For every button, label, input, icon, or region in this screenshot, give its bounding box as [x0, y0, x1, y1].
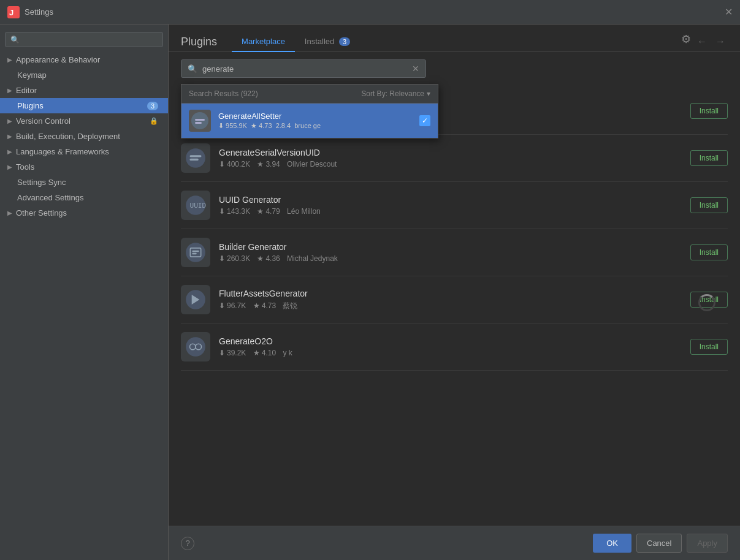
- sidebar-item-version-control[interactable]: ▶ Version Control 🔒: [0, 113, 168, 129]
- sidebar-item-plugins[interactable]: Plugins 3: [0, 98, 168, 113]
- loading-spinner: [698, 294, 715, 311]
- sidebar-item-tools[interactable]: ▶ Tools: [0, 159, 168, 175]
- version: 2.8.4: [276, 122, 291, 129]
- list-item: Builder Generator ⬇ 260.3K ★ 4.36 Michal…: [181, 229, 728, 276]
- rating-meta: ★ 3.94: [257, 160, 280, 168]
- plugin-list-name: FlutterAssetsGenerator: [219, 289, 690, 298]
- sort-by-dropdown[interactable]: Sort By: Relevance ▾: [361, 89, 430, 98]
- downloads-meta: ⬇ 260.3K: [219, 254, 250, 263]
- rating-meta: ★ 4.36: [257, 254, 280, 263]
- sidebar-search-box[interactable]: 🔍: [5, 32, 163, 47]
- plugin-icon: UUID: [181, 191, 210, 220]
- sidebar-item-label: Build, Execution, Deployment: [16, 132, 120, 141]
- plugin-icon: [181, 285, 210, 314]
- sidebar-item-label: Keymap: [17, 70, 47, 80]
- help-icon[interactable]: ?: [181, 537, 194, 550]
- tab-installed[interactable]: Installed 3: [295, 32, 360, 52]
- sidebar-item-label: Languages & Frameworks: [16, 147, 109, 156]
- sort-by-label: Sort By: Relevance: [361, 89, 424, 98]
- rating-meta: ★ 4.73: [253, 301, 276, 310]
- chevron-down-icon: ▾: [427, 89, 430, 98]
- install-button[interactable]: Install: [690, 197, 728, 213]
- plugin-icon: [181, 332, 210, 361]
- tab-installed-label: Installed: [305, 37, 334, 46]
- svg-rect-4: [195, 122, 202, 124]
- plugin-list-meta: ⬇ 400.2K ★ 3.94 Olivier Descout: [219, 160, 690, 168]
- arrow-icon: ▶: [7, 56, 12, 63]
- tabs: Marketplace Installed 3: [232, 32, 360, 51]
- rating-meta: ★ 4.79: [257, 207, 280, 216]
- plugin-search-box[interactable]: 🔍 ✕: [181, 59, 426, 78]
- downloads-meta: ⬇ 96.7K: [219, 301, 246, 310]
- plugin-list-meta: ⬇ 39.2K ★ 4.10 y k: [219, 349, 690, 357]
- list-item: GenerateO2O ⬇ 39.2K ★ 4.10 y k Install: [181, 324, 728, 371]
- plugin-list: RoboPOJOGenerator ⬇ 406.5K ★ 4.43 Vadim …: [169, 83, 740, 526]
- svg-point-13: [186, 243, 205, 262]
- sidebar-item-label: Appearance & Behavior: [16, 55, 100, 64]
- list-item: GenerateSerialVersionUID ⬇ 400.2K ★ 3.94…: [181, 135, 728, 182]
- sidebar-item-build[interactable]: ▶ Build, Execution, Deployment: [0, 129, 168, 144]
- arrow-icon: ▶: [7, 164, 12, 170]
- content-area: Plugins Marketplace Installed 3 ⚙ ← → 🔍: [169, 25, 740, 560]
- sidebar: 🔍 ▶ Appearance & Behavior Keymap ▶ Edito…: [0, 25, 169, 560]
- install-button[interactable]: Install: [690, 339, 728, 355]
- tab-marketplace-label: Marketplace: [242, 37, 285, 46]
- sidebar-item-other[interactable]: ▶ Other Settings: [0, 205, 168, 221]
- plugin-list-meta: ⬇ 96.7K ★ 4.73 蔡锐: [219, 301, 690, 311]
- dropdown-header: Search Results (922) Sort By: Relevance …: [181, 85, 438, 104]
- rating-meta: ★ 4.10: [253, 349, 276, 357]
- sidebar-item-advanced[interactable]: Advanced Settings: [0, 190, 168, 205]
- back-icon[interactable]: ←: [695, 35, 709, 48]
- plugin-search-input[interactable]: [202, 64, 412, 74]
- dropdown-item-generate-all-setter[interactable]: GenerateAllSetter ⬇ 955.9K ★ 4.73 2.8.4 …: [181, 104, 438, 138]
- sidebar-item-appearance[interactable]: ▶ Appearance & Behavior: [0, 52, 168, 67]
- install-button[interactable]: Install: [690, 244, 728, 260]
- search-icon: 🔍: [188, 64, 197, 74]
- downloads-meta: ⬇ 143.3K: [219, 207, 250, 216]
- clear-search-icon[interactable]: ✕: [412, 64, 419, 74]
- sidebar-item-label: Settings Sync: [17, 178, 66, 187]
- plugin-checkbox[interactable]: ✓: [419, 115, 430, 126]
- forward-icon[interactable]: →: [713, 35, 728, 48]
- loading-spinner-container: [698, 294, 715, 311]
- app-logo: J: [7, 6, 20, 18]
- sidebar-item-label: Advanced Settings: [17, 193, 83, 202]
- svg-rect-3: [195, 119, 205, 121]
- plugins-title: Plugins: [181, 36, 217, 48]
- plugin-list-meta: ⬇ 143.3K ★ 4.79 Léo Millon: [219, 207, 690, 216]
- sidebar-item-label: Version Control: [16, 116, 71, 126]
- cancel-button[interactable]: Cancel: [636, 534, 682, 553]
- close-icon[interactable]: ✕: [725, 6, 733, 18]
- svg-text:UUID: UUID: [190, 202, 207, 210]
- sidebar-item-label: Plugins: [17, 101, 44, 110]
- downloads-meta: ⬇ 400.2K: [219, 160, 250, 168]
- arrow-icon: ▶: [7, 118, 12, 124]
- sidebar-item-label: Tools: [16, 162, 34, 172]
- ok-button[interactable]: OK: [593, 534, 631, 553]
- sidebar-item-languages[interactable]: ▶ Languages & Frameworks: [0, 144, 168, 159]
- downloads: 955.9K: [226, 122, 247, 129]
- dropdown-plugin-name: GenerateAllSetter: [218, 112, 419, 121]
- sidebar-item-settings-sync[interactable]: Settings Sync: [0, 175, 168, 190]
- list-item: UUID UUID Generator ⬇ 143.3K ★ 4.79 Léo …: [181, 182, 728, 229]
- dropdown-plugin-meta: ⬇ 955.9K ★ 4.73 2.8.4 bruce ge: [218, 122, 419, 130]
- apply-button[interactable]: Apply: [687, 534, 728, 553]
- sidebar-item-keymap[interactable]: Keymap: [0, 67, 168, 83]
- plugins-header: Plugins Marketplace Installed 3 ⚙ ← →: [169, 25, 740, 52]
- author-meta: Michal Jedynak: [287, 254, 338, 263]
- tab-marketplace[interactable]: Marketplace: [232, 32, 295, 52]
- plugin-list-name: GenerateSerialVersionUID: [219, 148, 690, 157]
- sidebar-item-label: Other Settings: [16, 208, 67, 218]
- sidebar-search-input[interactable]: [23, 35, 158, 44]
- search-dropdown: Search Results (922) Sort By: Relevance …: [181, 84, 438, 138]
- svg-rect-10: [190, 159, 199, 161]
- install-button[interactable]: Install: [690, 150, 728, 166]
- plugin-list-info: GenerateO2O ⬇ 39.2K ★ 4.10 y k: [219, 336, 690, 357]
- sidebar-search-icon: 🔍: [10, 36, 20, 44]
- plugin-list-name: GenerateO2O: [219, 336, 690, 346]
- install-button[interactable]: Install: [690, 103, 728, 119]
- sidebar-item-editor[interactable]: ▶ Editor: [0, 83, 168, 98]
- plugin-icon: [181, 143, 210, 173]
- gear-icon[interactable]: ⚙: [681, 32, 691, 51]
- plugin-list-info: FlutterAssetsGenerator ⬇ 96.7K ★ 4.73 蔡锐: [219, 289, 690, 311]
